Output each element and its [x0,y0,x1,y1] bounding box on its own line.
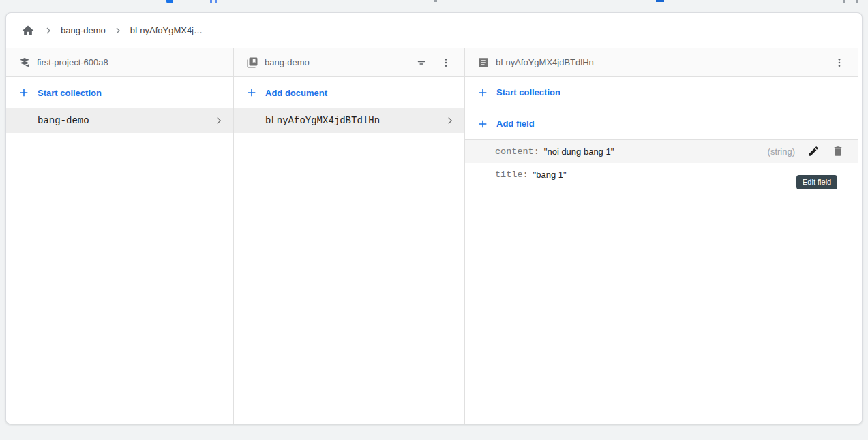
cropped-icon-fragment [215,0,217,3]
trash-icon [832,145,844,157]
document-panel-header: bLnyAfoYgMX4jdBTdlHn [465,48,858,77]
start-collection-label: Start collection [496,87,560,97]
breadcrumb-item-document: bLnyAfoYgMX4j… [130,25,203,35]
cropped-icon-fragment [856,0,858,3]
kebab-menu-icon [834,57,845,68]
document-menu-button[interactable] [829,52,850,73]
field-name: title: [495,170,528,180]
plus-icon [477,119,488,129]
project-panel: first-project-600a8 Start collection ban… [6,48,234,424]
breadcrumb-item-collection[interactable]: bang-demo [61,25,106,35]
collection-header-actions [411,52,456,73]
cropped-icon-fragment [843,0,845,3]
field-value: "bang 1" [533,170,567,180]
panel-gutter [858,48,862,424]
breadcrumb-chevron-icon [113,25,123,36]
chevron-right-icon [444,114,456,127]
cropped-icon-fragment [166,0,173,3]
document-panel-title: bLnyAfoYgMX4jdBTdlHn [496,57,594,67]
field-type-badge: (string) [768,146,795,157]
project-panel-header: first-project-600a8 [6,48,233,77]
filter-button[interactable] [411,52,432,73]
firestore-icon [18,57,31,69]
collection-icon [246,57,258,69]
plus-icon [477,87,488,98]
document-id: bLnyAfoYgMX4jdBTdlHn [265,115,380,126]
cropped-icon-fragment [656,0,664,2]
breadcrumb: bang-demo bLnyAfoYgMX4j… [6,13,862,48]
cropped-icon-fragment [434,0,437,2]
field-value: "noi dung bang 1" [544,146,614,157]
field-meta: (string) [768,141,848,161]
document-header-actions [829,52,850,73]
field-row-content[interactable]: content: "noi dung bang 1" (string) [465,140,858,163]
start-collection-button[interactable]: Start collection [465,77,858,108]
project-panel-title: first-project-600a8 [37,57,108,67]
start-collection-button[interactable]: Start collection [6,77,233,108]
collection-name: bang-demo [38,115,89,126]
cropped-icon-fragment [210,0,212,3]
collection-panel-title: bang-demo [265,57,310,67]
collection-list-item[interactable]: bang-demo [6,108,233,133]
add-field-label: Add field [496,119,535,129]
collection-menu-button[interactable] [436,52,456,73]
firestore-data-card: bang-demo bLnyAfoYgMX4j… first-project-6… [5,12,863,424]
collection-panel: bang-demo Add document [234,48,465,424]
document-list-item[interactable]: bLnyAfoYgMX4jdBTdlHn [234,108,464,133]
add-document-label: Add document [265,88,327,98]
add-document-button[interactable]: Add document [234,77,464,108]
delete-field-button[interactable] [828,141,848,161]
start-collection-label: Start collection [38,88,102,98]
pencil-icon [807,145,820,157]
plus-icon [246,87,257,98]
breadcrumb-chevron-icon [43,25,54,36]
document-panel: bLnyAfoYgMX4jdBTdlHn Start collection Ad… [465,48,858,424]
edit-field-tooltip: Edit field [796,175,837,189]
document-icon [477,57,490,69]
field-name: content: [495,146,539,157]
home-icon[interactable] [20,22,36,39]
add-field-button[interactable]: Add field [465,108,858,140]
plus-icon [18,87,29,98]
collection-panel-header: bang-demo [234,48,464,77]
kebab-menu-icon [440,57,451,68]
edit-field-button[interactable] [803,141,824,161]
chevron-right-icon [213,114,225,127]
panels-container: first-project-600a8 Start collection ban… [6,48,862,424]
filter-icon [415,57,428,69]
